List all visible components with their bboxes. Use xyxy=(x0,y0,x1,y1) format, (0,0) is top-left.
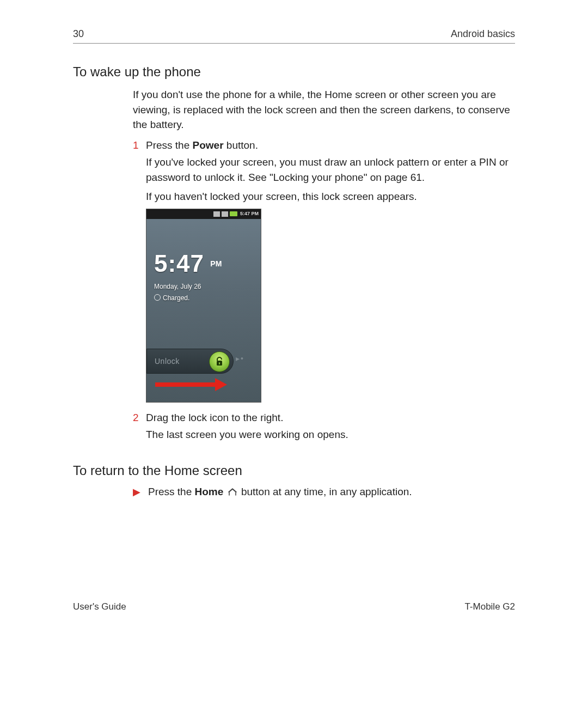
document-page: 30 Android basics To wake up the phone I… xyxy=(0,0,588,706)
padlock-icon xyxy=(215,357,224,367)
section-heading-home: To return to the Home screen xyxy=(73,463,515,478)
bullet-line: ▶ Press the Home button at any time, in … xyxy=(133,486,515,498)
footer-right: T-Mobile G2 xyxy=(464,601,515,612)
status-bar: 5:47 PM xyxy=(146,209,261,219)
clock-ampm: PM xyxy=(210,258,222,269)
svg-rect-1 xyxy=(219,362,220,364)
footer-left: User's Guide xyxy=(73,601,126,612)
text-bold: Power xyxy=(193,139,224,151)
list-item: 1 Press the Power button. xyxy=(133,138,515,153)
slider-dots-icon: ▸• xyxy=(236,353,244,364)
unlock-slider[interactable]: Unlock xyxy=(146,349,234,374)
text: Press the xyxy=(148,486,195,497)
arrow-shaft xyxy=(155,382,216,387)
text: button. xyxy=(224,139,258,151)
section-body: If you don't use the phone for a while, … xyxy=(133,87,515,442)
chapter-title: Android basics xyxy=(451,28,515,40)
bullet-text: Press the Home button at any time, in an… xyxy=(148,486,412,498)
red-arrow-annotation xyxy=(155,380,231,389)
page-footer: User's Guide T-Mobile G2 xyxy=(73,601,515,612)
signal-3g-icon xyxy=(213,211,220,217)
list-item: 2 Drag the lock icon to the right. xyxy=(133,410,515,425)
plug-icon xyxy=(154,294,161,301)
intro-paragraph: If you don't use the phone for a while, … xyxy=(133,87,515,132)
step-sub: If you've locked your screen, you must d… xyxy=(146,155,515,185)
lock-clock: 5:47 PM Monday, July 26 Charged. xyxy=(154,246,222,303)
numbered-list: 1 Press the Power button. If you've lock… xyxy=(133,138,515,442)
step-text: Drag the lock icon to the right. xyxy=(146,410,515,425)
text-bold: Home xyxy=(195,486,224,497)
step-text: Press the Power button. xyxy=(146,138,515,153)
text: button at any time, in any application. xyxy=(241,486,412,497)
home-icon xyxy=(228,488,237,496)
lock-icon[interactable] xyxy=(209,351,230,372)
signal-bars-icon xyxy=(222,211,228,217)
step-sub: The last screen you were working on open… xyxy=(146,427,515,442)
arrow-head-icon xyxy=(215,378,227,391)
battery-icon xyxy=(230,211,237,216)
section-heading-wake: To wake up the phone xyxy=(73,64,515,80)
clock-time: 5:47 xyxy=(154,246,204,281)
charge-text: Charged. xyxy=(163,294,189,302)
page-header: 30 Android basics xyxy=(73,28,515,44)
step-number: 2 xyxy=(133,410,146,425)
clock-date: Monday, July 26 xyxy=(154,282,222,291)
unlock-label: Unlock xyxy=(155,356,180,367)
triangle-bullet-icon: ▶ xyxy=(133,486,140,498)
page-number: 30 xyxy=(73,28,84,40)
lockscreen-figure: 5:47 PM 5:47 PM Monday, July 26 Charged.… xyxy=(146,209,261,403)
status-time: 5:47 PM xyxy=(239,210,259,217)
step-sub: If you haven't locked your screen, this … xyxy=(146,189,515,204)
step-number: 1 xyxy=(133,138,146,153)
text: Press the xyxy=(146,139,193,151)
charge-status: Charged. xyxy=(154,294,222,303)
